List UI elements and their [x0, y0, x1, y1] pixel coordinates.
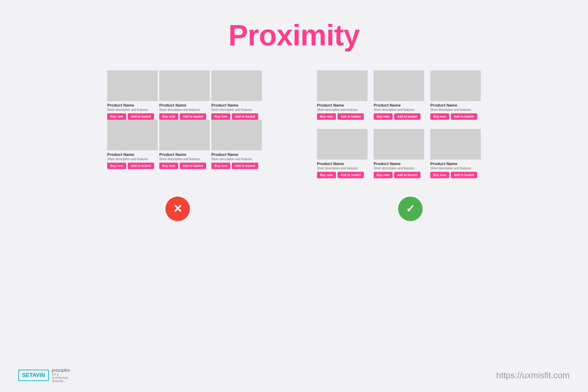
product-desc: Short description and features — [159, 108, 210, 111]
product-image — [374, 129, 424, 160]
product-name: Product Name — [107, 152, 158, 157]
product-name: Product Name — [211, 103, 262, 107]
logo-text: SETAVIN — [22, 372, 45, 378]
product-image — [211, 70, 262, 101]
product-desc: Short description and features — [107, 108, 158, 111]
product-buttons: Buy now Add to basket — [107, 113, 158, 120]
product-card: Product Name Short description and featu… — [317, 70, 368, 120]
product-image — [107, 120, 158, 150]
product-card: Product Name Short description and featu… — [159, 120, 210, 169]
product-image — [159, 120, 210, 150]
buy-now-button[interactable]: Buy now — [374, 172, 393, 178]
product-name: Product Name — [317, 161, 368, 166]
add-to-basket-button[interactable]: Add to basket — [180, 113, 206, 120]
buy-now-button[interactable]: Buy now — [430, 172, 449, 178]
product-grid-good-bottom: Product Name Short description and featu… — [317, 129, 481, 178]
indicators: ✕ ✓ — [0, 197, 588, 233]
product-buttons: Buy now Add to basket — [317, 113, 368, 120]
footer-logo-area: SETAVIN principles Art &ArchitectureNetw… — [18, 368, 70, 383]
product-image — [317, 70, 368, 101]
panel-bad: Product Name Short description and featu… — [107, 70, 262, 178]
footer-subtitle: Art &ArchitectureNetwork... — [52, 373, 70, 383]
product-desc: Short description and features — [430, 108, 481, 111]
product-desc: Short description and features — [159, 157, 210, 161]
logo-box: SETAVIN — [18, 370, 49, 381]
add-to-basket-button[interactable]: Add to basket — [337, 113, 364, 120]
footer-url: https://uxmisfit.com — [496, 371, 570, 380]
buy-now-button[interactable]: Buy now — [159, 113, 178, 120]
add-to-basket-button[interactable]: Add to basket — [451, 172, 477, 178]
product-card: Product Name Short description and featu… — [430, 129, 481, 178]
product-desc: Short description and features — [107, 157, 158, 161]
product-name: Product Name — [430, 103, 481, 107]
content-area: Product Name Short description and featu… — [0, 70, 588, 178]
product-buttons: Buy now Add to basket — [374, 113, 424, 120]
product-buttons: Buy now Add to basket — [317, 172, 368, 178]
add-to-basket-button[interactable]: Add to basket — [180, 163, 206, 169]
product-name: Product Name — [374, 161, 424, 166]
footer-text-block: principles Art &ArchitectureNetwork... — [52, 368, 70, 383]
buy-now-button[interactable]: Buy now — [374, 113, 393, 120]
product-name: Product Name — [159, 103, 210, 107]
add-to-basket-button[interactable]: Add to basket — [394, 172, 420, 178]
product-grid-bad-top: Product Name Short description and featu… — [107, 70, 262, 120]
product-desc: Short description and features — [430, 167, 481, 170]
product-desc: Short description and features — [317, 108, 368, 111]
add-to-basket-button[interactable]: Add to basket — [337, 172, 364, 178]
buy-now-button[interactable]: Buy now — [317, 172, 336, 178]
product-image — [317, 129, 368, 160]
buy-now-button[interactable]: Buy now — [159, 163, 178, 169]
product-image — [107, 70, 158, 101]
product-grid-good-top: Product Name Short description and featu… — [317, 70, 481, 120]
product-desc: Short description and features — [374, 108, 424, 111]
add-to-basket-button[interactable]: Add to basket — [232, 113, 258, 120]
product-desc: Short description and features — [317, 167, 368, 170]
product-card: Product Name Short description and featu… — [159, 70, 210, 120]
buy-now-button[interactable]: Buy now — [430, 113, 449, 120]
panel-good: Product Name Short description and featu… — [317, 70, 481, 178]
bad-indicator: ✕ — [165, 197, 190, 221]
add-to-basket-button[interactable]: Add to basket — [232, 163, 258, 169]
product-card: Product Name Short description and featu… — [317, 129, 368, 178]
product-buttons: Buy now Add to basket — [159, 163, 210, 169]
bad-icon: ✕ — [173, 202, 182, 215]
good-indicator: ✓ — [398, 197, 423, 221]
product-image — [211, 120, 262, 150]
product-card: Product Name Short description and featu… — [107, 120, 158, 169]
product-card: Product Name Short description and featu… — [107, 70, 158, 120]
product-name: Product Name — [317, 103, 368, 107]
add-to-basket-button[interactable]: Add to basket — [394, 113, 420, 120]
product-buttons: Buy now Add to basket — [107, 163, 158, 169]
product-card: Product Name Short description and featu… — [211, 70, 262, 120]
product-buttons: Buy now Add to basket — [211, 163, 262, 169]
product-grid-bad-bottom: Product Name Short description and featu… — [107, 120, 262, 169]
product-desc: Short description and features — [211, 108, 262, 111]
product-card: Product Name Short description and featu… — [374, 70, 424, 120]
product-desc: Short description and features — [374, 167, 424, 170]
buy-now-button[interactable]: Buy now — [317, 113, 336, 120]
product-name: Product Name — [107, 103, 158, 107]
buy-now-button[interactable]: Buy now — [107, 113, 126, 120]
product-buttons: Buy now Add to basket — [159, 113, 210, 120]
good-icon: ✓ — [406, 202, 415, 215]
product-image — [374, 70, 424, 101]
product-buttons: Buy now Add to basket — [211, 113, 262, 120]
product-buttons: Buy now Add to basket — [430, 113, 481, 120]
footer-principles: principles — [52, 368, 70, 373]
product-card: Product Name Short description and featu… — [430, 70, 481, 120]
footer: SETAVIN principles Art &ArchitectureNetw… — [0, 368, 588, 383]
product-card: Product Name Short description and featu… — [211, 120, 262, 169]
product-buttons: Buy now Add to basket — [374, 172, 424, 178]
product-name: Product Name — [211, 152, 262, 157]
product-name: Product Name — [374, 103, 424, 107]
add-to-basket-button[interactable]: Add to basket — [451, 113, 477, 120]
buy-now-button[interactable]: Buy now — [211, 163, 230, 169]
product-card: Product Name Short description and featu… — [374, 129, 424, 178]
buy-now-button[interactable]: Buy now — [107, 163, 126, 169]
product-desc: Short description and features — [211, 157, 262, 161]
buy-now-button[interactable]: Buy now — [211, 113, 230, 120]
add-to-basket-button[interactable]: Add to basket — [128, 163, 154, 169]
product-name: Product Name — [159, 152, 210, 157]
add-to-basket-button[interactable]: Add to basket — [128, 113, 154, 120]
product-buttons: Buy now Add to basket — [430, 172, 481, 178]
